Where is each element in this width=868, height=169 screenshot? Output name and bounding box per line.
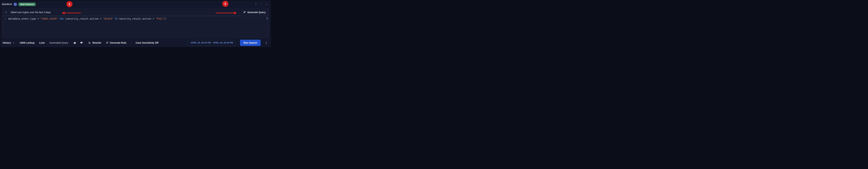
info-icon[interactable]: i (14, 3, 17, 6)
editor-scrollbar[interactable] (267, 17, 268, 19)
run-search-button[interactable]: Run Search (240, 40, 260, 46)
nl-input-area[interactable]: failed user logins over the last 3 days (3, 9, 241, 16)
case-sensitivity-label: Case Sensitivity Off (135, 41, 158, 44)
rewrite-button[interactable]: Rewrite (88, 41, 101, 44)
thumbs-up-icon (73, 41, 76, 44)
lists-label: Lists (39, 41, 45, 44)
close-icon (5, 11, 7, 13)
line-number: 1 (3, 17, 7, 20)
history-label: History (3, 41, 11, 44)
date-to: APRIL 29, 06:29 PM (213, 42, 233, 44)
svg-point-1 (256, 4, 256, 4)
udm-lookup-label: UDM Lookup (20, 41, 35, 44)
svg-point-2 (256, 5, 256, 5)
sparkle-pencil-icon (106, 41, 108, 44)
sparkle-pencil-icon (243, 11, 246, 14)
history-dropdown[interactable]: History (3, 41, 15, 44)
generate-query-label: Generate Query (247, 11, 266, 14)
search-title: SEARCH (2, 3, 12, 5)
lists-button[interactable]: Lists (39, 41, 45, 44)
chevron-up-icon (265, 3, 268, 6)
generated-query-label: Generated Query (49, 41, 68, 44)
toolbar-kebab-menu[interactable] (264, 41, 269, 45)
generate-query-button[interactable]: Generate Query (241, 9, 268, 16)
query-editor[interactable]: 1 metadata.event_type = "USER_LOGIN" AND… (3, 16, 269, 38)
run-search-label: Run Search (244, 41, 257, 44)
kebab-icon (254, 3, 257, 6)
generated-query-label-item: Generated Query (49, 41, 68, 44)
udm-lookup-button[interactable]: UDM Lookup (20, 41, 35, 44)
nl-prompt-row: failed user logins over the last 3 days … (3, 8, 269, 16)
chevron-down-icon (12, 41, 15, 44)
collapse-button[interactable] (264, 2, 269, 7)
svg-point-3 (266, 42, 267, 42)
svg-point-5 (266, 43, 267, 44)
code-content: metadata.event_type = "USER_LOGIN" AND (… (7, 17, 166, 20)
generate-rule-button[interactable]: Generate Rule (106, 41, 126, 44)
clear-nl-button[interactable] (4, 11, 8, 14)
thumbs-up-button[interactable] (72, 41, 77, 45)
nl-prompt-text: failed user logins over the last 3 days (11, 11, 51, 14)
header-kebab-menu[interactable] (253, 2, 259, 7)
rewrite-label: Rewrite (92, 41, 101, 44)
svg-point-0 (256, 3, 256, 4)
case-sensitivity-toggle[interactable]: Case Sensitivity Off (135, 41, 158, 44)
new-features-badge[interactable]: New Features (19, 3, 36, 6)
date-from: APRIL 26, 06:29 PM (190, 42, 211, 44)
kebab-icon (265, 41, 268, 44)
bottom-toolbar: History UDM Lookup Lists Generated Query… (0, 38, 271, 47)
rewrite-icon (88, 41, 91, 44)
search-header: SEARCH i New Features (0, 0, 271, 8)
generate-rule-label: Generate Rule (110, 41, 126, 44)
date-range-picker[interactable]: APRIL 26, 06:29 PM - APRIL 29, 06:29 PM (188, 40, 236, 46)
thumbs-down-button[interactable] (79, 41, 84, 45)
thumbs-down-icon (80, 41, 83, 44)
svg-point-4 (266, 42, 267, 43)
divider (131, 41, 131, 45)
date-sep: - (211, 42, 213, 44)
